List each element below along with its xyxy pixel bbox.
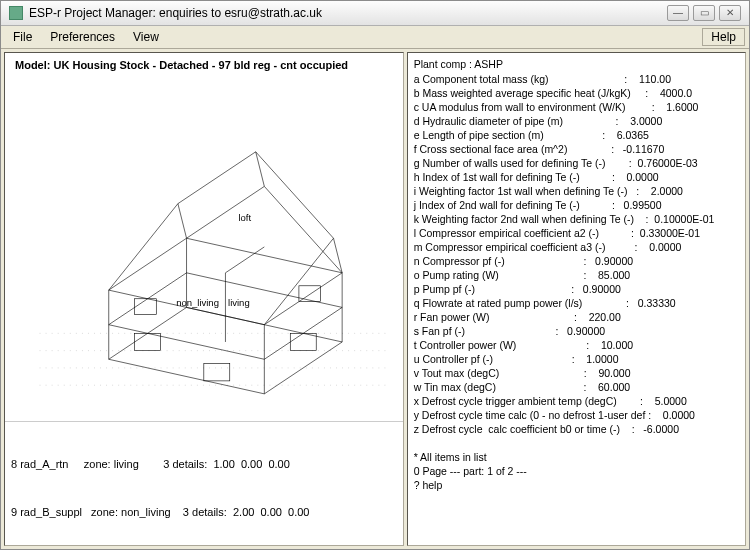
help-button[interactable]: Help (702, 28, 745, 46)
param-row[interactable]: p Pump pf (-) : 0.90000 (414, 282, 739, 296)
titlebar: ESP-r Project Manager: enquiries to esru… (1, 1, 749, 26)
menubar: File Preferences View Help (1, 26, 749, 49)
svg-rect-22 (290, 333, 316, 350)
model-canvas[interactable]: loft non_living living (5, 73, 403, 421)
window-controls: — ▭ ✕ (667, 5, 741, 21)
minimize-button[interactable]: — (667, 5, 689, 21)
svg-line-11 (109, 204, 178, 290)
svg-line-15 (178, 152, 256, 204)
param-row[interactable]: z Defrost cycle calc coefficient b0 or t… (414, 422, 739, 436)
svg-rect-24 (299, 286, 321, 302)
menu-preferences[interactable]: Preferences (42, 28, 123, 46)
param-row[interactable]: h Index of 1st wall for defining Te (-) … (414, 170, 739, 184)
param-row[interactable]: f Cross sectional face area (m^2) : -0.1… (414, 142, 739, 156)
param-row[interactable]: j Index of 2nd wall for defining Te (-) … (414, 198, 739, 212)
close-button[interactable]: ✕ (719, 5, 741, 21)
param-row[interactable]: u Controller pf (-) : 1.0000 (414, 352, 739, 366)
status-rows: 8 rad_A_rtn zone: living 3 details: 1.00… (5, 421, 403, 550)
label-loft: loft (238, 212, 251, 223)
param-row[interactable]: m Compressor empirical coefficient a3 (-… (414, 240, 739, 254)
menu-view[interactable]: View (125, 28, 167, 46)
panel-footer4: ? help (414, 478, 739, 492)
param-row[interactable]: n Compressor pf (-) : 0.90000 (414, 254, 739, 268)
param-row[interactable]: k Weighting factor 2nd wall when definin… (414, 212, 739, 226)
status-row-1: 8 rad_A_rtn zone: living 3 details: 1.00… (11, 456, 397, 472)
svg-rect-23 (135, 299, 157, 315)
param-row[interactable]: o Pump rating (W) : 85.000 (414, 268, 739, 282)
param-row[interactable]: y Defrost cycle time calc (0 - no defros… (414, 408, 739, 422)
param-row[interactable]: e Length of pipe section (m) : 6.0365 (414, 128, 739, 142)
param-row[interactable]: v Tout max (degC) : 90.000 (414, 366, 739, 380)
param-row[interactable]: g Number of walls used for defining Te (… (414, 156, 739, 170)
svg-line-19 (187, 186, 265, 238)
param-row[interactable]: w Tin max (degC) : 60.000 (414, 380, 739, 394)
status-row-2: 9 rad_B_suppl zone: non_living 3 details… (11, 504, 397, 520)
parameter-pane[interactable]: Plant comp : ASHP a Component total mass… (407, 52, 746, 546)
svg-line-26 (225, 247, 264, 273)
panel-header: Plant comp : ASHP (414, 57, 739, 71)
maximize-button[interactable]: ▭ (693, 5, 715, 21)
content-area: Model: UK Housing Stock - Detached - 97 … (1, 49, 749, 549)
svg-rect-21 (204, 364, 230, 381)
param-row[interactable]: q Flowrate at rated pump power (l/s) : 0… (414, 296, 739, 310)
param-row[interactable]: x Defrost cycle trigger ambient temp (de… (414, 394, 739, 408)
svg-line-13 (178, 204, 187, 239)
panel-footer1: * All items in list (414, 450, 739, 464)
param-row[interactable]: b Mass weighted average specific heat (J… (414, 86, 739, 100)
label-nonliving: non_living (176, 297, 219, 308)
svg-rect-20 (135, 333, 161, 350)
wireframe-svg: loft non_living living (5, 73, 403, 421)
svg-line-18 (264, 186, 342, 272)
param-row[interactable]: a Component total mass (kg) : 110.00 (414, 72, 739, 86)
app-window: ESP-r Project Manager: enquiries to esru… (0, 0, 750, 550)
app-icon (9, 6, 23, 20)
window-title: ESP-r Project Manager: enquiries to esru… (29, 6, 322, 20)
param-list: a Component total mass (kg) : 110.00b Ma… (414, 72, 739, 436)
menu-file[interactable]: File (5, 28, 40, 46)
param-row[interactable]: s Fan pf (-) : 0.90000 (414, 324, 739, 338)
param-row[interactable]: d Hydraulic diameter of pipe (m) : 3.000… (414, 114, 739, 128)
panel-blank (414, 436, 739, 450)
label-living: living (228, 297, 250, 308)
svg-line-12 (264, 238, 333, 324)
param-row[interactable]: c UA modulus from wall to environment (W… (414, 100, 739, 114)
model-pane: Model: UK Housing Stock - Detached - 97 … (4, 52, 404, 546)
param-row[interactable]: i Weighting factor 1st wall when definin… (414, 184, 739, 198)
param-row[interactable]: r Fan power (W) : 220.00 (414, 310, 739, 324)
param-row[interactable]: l Compressor empirical coefficient a2 (-… (414, 226, 739, 240)
model-title: Model: UK Housing Stock - Detached - 97 … (5, 53, 403, 73)
param-row[interactable]: t Controller power (W) : 10.000 (414, 338, 739, 352)
panel-footer2: 0 Page --- part: 1 of 2 --- (414, 464, 739, 478)
svg-line-16 (256, 152, 334, 238)
